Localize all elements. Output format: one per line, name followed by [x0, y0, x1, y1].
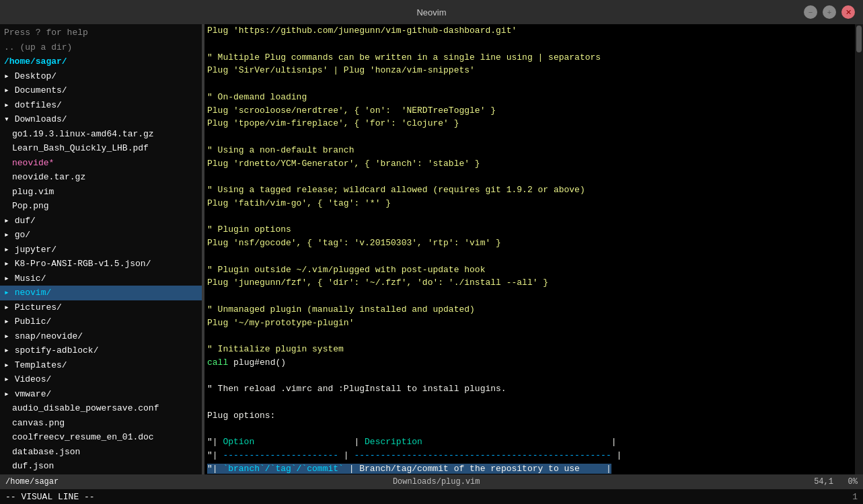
sidebar-item-jupyter[interactable]: ▸ jupyter/: [0, 243, 202, 257]
editor-line: Plug 'SirVer/ultisnips' | Plug 'honza/vi…: [204, 64, 855, 77]
sidebar-item-canvas[interactable]: canvas.png: [0, 416, 202, 431]
sidebar-item-go-dir[interactable]: ▸ go/: [0, 228, 202, 243]
status-center: Downloads/plug.vim: [393, 477, 480, 487]
editor-line: Plug 'junegunn/fzf', { 'dir': '~/.fzf', …: [204, 276, 855, 290]
editor-line: [204, 396, 855, 409]
status-right: 54,1 0%: [814, 477, 858, 487]
editor-line: Plug 'https://github.com/junegunn/vim-gi…: [204, 24, 855, 38]
sidebar-item-go[interactable]: go1.19.3.linux-amd64.tar.gz: [0, 127, 202, 142]
editor-line: Plug 'scrooloose/nerdtree', { 'on': 'NER…: [204, 104, 855, 118]
status-left: /home/sagar: [5, 477, 59, 487]
editor-line: "| Option | Description |: [204, 435, 855, 449]
app-title: Neovim: [416, 7, 446, 17]
sidebar-item-database[interactable]: database.json: [0, 445, 202, 460]
editor-line: Plug 'tpope/vim-fireplace', { 'for': 'cl…: [204, 117, 855, 130]
sidebar-item[interactable]: .. (up a dir): [0, 40, 202, 55]
editor-line: [204, 130, 855, 144]
editor-line: [204, 170, 855, 183]
editor-line: " Unmanaged plugin (manually installed a…: [204, 303, 855, 317]
editor-line: "| ---------------------- | ------------…: [204, 449, 855, 462]
status-bar: /home/sagar Downloads/plug.vim 54,1 0%: [0, 474, 863, 489]
editor-pane: Plug 'https://github.com/junegunn/vim-gi…: [204, 24, 855, 474]
sidebar-item-neovide-tar[interactable]: neovide.tar.gz: [0, 170, 202, 185]
sidebar-item-neovide[interactable]: neovide*: [0, 156, 202, 171]
sidebar-item-vmware[interactable]: ▸ vmware/: [0, 387, 202, 402]
editor-line: call plug#end(): [204, 356, 855, 370]
scrollbar[interactable]: [855, 24, 863, 474]
editor-line: [204, 290, 855, 303]
sidebar-item-coolfreecv[interactable]: coolfreecv_resume_en_01.doc: [0, 430, 202, 445]
close-button[interactable]: ✕: [841, 5, 855, 19]
sidebar-item-k8[interactable]: ▸ K8-Pro-ANSI-RGB-v1.5.json/: [0, 257, 202, 271]
editor-line: Plug 'rdnetto/YCM-Generator', { 'branch'…: [204, 157, 855, 171]
sidebar-item-desktop[interactable]: ▸ Desktop/: [0, 69, 202, 84]
sidebar-item-downloads[interactable]: ▾ Downloads/: [0, 112, 202, 127]
editor-line: Plug 'fatih/vim-go', { 'tag': '*' }: [204, 197, 855, 210]
sidebar-item-public[interactable]: ▸ Public/: [0, 314, 202, 329]
editor-line: " Plugin options: [204, 223, 855, 237]
sidebar-item-snap[interactable]: ▸ snap/neovide/: [0, 329, 202, 344]
minimize-button[interactable]: −: [804, 5, 817, 19]
editor-line: " Multiple Plug commands can be written …: [204, 51, 855, 65]
sidebar-item-audio[interactable]: audio_disable_powersave.conf: [0, 401, 202, 416]
sidebar-item-templates[interactable]: ▸ Templates/: [0, 358, 202, 373]
command-line: -- VISUAL LINE -- 1: [0, 489, 863, 504]
scrollbar-thumb[interactable]: [856, 26, 862, 52]
sidebar-item-home[interactable]: /home/sagar/: [0, 54, 202, 69]
editor-line: Plug options:: [204, 409, 855, 423]
title-bar: Neovim − + ✕: [0, 0, 863, 24]
editor-line: " On-demand loading: [204, 91, 855, 104]
editor-line: [204, 250, 855, 263]
maximize-button[interactable]: +: [823, 5, 836, 19]
sidebar-item-dotfiles[interactable]: ▸ dotfiles/: [0, 98, 202, 113]
sidebar-item-music[interactable]: ▸ Music/: [0, 271, 202, 286]
editor-line: " Using a tagged release; wildcard allow…: [204, 183, 855, 197]
visual-line-indicator: -- VISUAL LINE --: [5, 492, 95, 502]
sidebar-item-spotify[interactable]: ▸ spotify-adblock/: [0, 343, 202, 358]
editor-line: " Using a non-default branch: [204, 144, 855, 157]
sidebar-item-videos[interactable]: ▸ Videos/: [0, 372, 202, 387]
sidebar-item-bash[interactable]: Learn_Bash_Quickly_LHB.pdf: [0, 141, 202, 156]
sidebar-item-duf[interactable]: ▸ duf/: [0, 214, 202, 228]
editor-line: " Initialize plugin system: [204, 343, 855, 356]
editor-line: " Then reload .vimrc and :PlugInstall to…: [204, 382, 855, 396]
editor-line: Plug 'nsf/gocode', { 'tag': 'v.20150303'…: [204, 237, 855, 250]
sidebar-item-neovim[interactable]: ▸ neovim/: [0, 286, 202, 300]
sidebar-item-duf-json[interactable]: duf.json: [0, 459, 202, 474]
editor-line: "| `branch`/`tag`/`commit` | Branch/tag/…: [204, 462, 855, 474]
sidebar-item-pop[interactable]: Pop.png: [0, 199, 202, 214]
editor-line: [204, 77, 855, 91]
editor-line: " Plugin outside ~/.vim/plugged with pos…: [204, 263, 855, 277]
sidebar-item-documents[interactable]: ▸ Documents/: [0, 83, 202, 98]
sidebar-item-pictures[interactable]: ▸ Pictures/: [0, 300, 202, 315]
sidebar-help-text: Press ? for help: [0, 26, 202, 40]
sidebar: Press ? for help .. (up a dir) /home/sag…: [0, 24, 202, 474]
sidebar-item-plug[interactable]: plug.vim: [0, 185, 202, 200]
editor-line: [204, 423, 855, 436]
editor-line: Plug '~/my-prototype-plugin': [204, 317, 855, 330]
editor-line: [204, 329, 855, 343]
editor-line: [204, 210, 855, 224]
editor-line: [204, 370, 855, 383]
sidebar-item-example[interactable]: Example1.html: [0, 474, 202, 475]
editor-line: [204, 38, 855, 51]
